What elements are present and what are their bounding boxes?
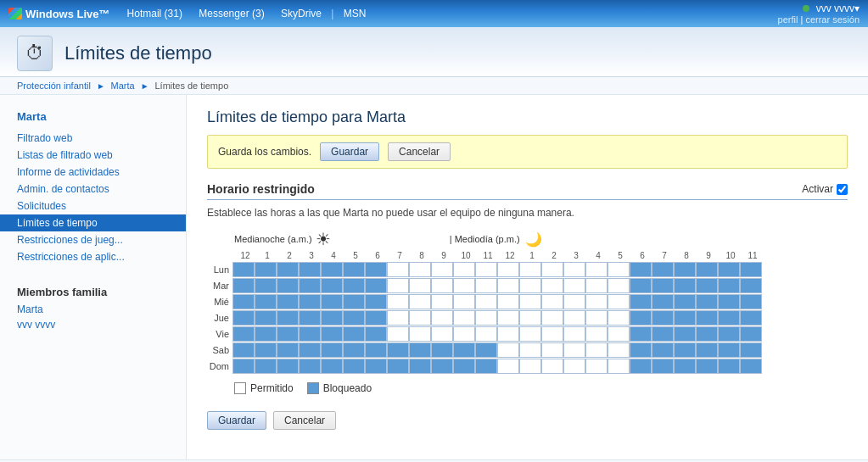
grid-cell-mar-1[interactable] [255,278,277,293]
grid-cell-mar-7[interactable] [387,278,409,293]
breadcrumb-marta[interactable]: Marta [111,81,135,91]
grid-cell-dom-20[interactable] [674,359,696,374]
member-vvvv-link[interactable]: vvv vvvv [0,317,186,332]
nav-msn[interactable]: MSN [337,8,373,19]
grid-cell-sab-12[interactable] [497,342,519,358]
profile-link[interactable]: perfil [778,14,798,25]
sidebar-item-listas-filtrado[interactable]: Listas de filtrado web [0,147,186,164]
grid-cell-jue-20[interactable] [674,310,696,326]
grid-cell-jue-15[interactable] [563,310,585,326]
grid-cell-vie-17[interactable] [608,326,630,342]
sidebar-item-informe[interactable]: Informe de actividades [0,164,186,181]
grid-cell-vie-12[interactable] [497,326,519,342]
grid-cell-sab-5[interactable] [343,342,365,358]
grid-cell-jue-21[interactable] [696,310,718,326]
grid-cell-lun-4[interactable] [321,262,343,277]
grid-cell-jue-7[interactable] [387,310,409,326]
grid-cell-lun-13[interactable] [519,262,541,277]
nav-hotmail[interactable]: Hotmail (31) [120,8,189,19]
save-button-top[interactable]: Guardar [320,142,379,161]
grid-cell-dom-8[interactable] [409,359,431,374]
grid-cell-mar-11[interactable] [475,278,497,293]
grid-cell-jue-0[interactable] [232,310,255,326]
grid-cell-vie-22[interactable] [718,326,740,342]
grid-cell-sab-3[interactable] [299,342,321,358]
logout-link[interactable]: cerrar sesión [805,14,860,25]
grid-cell-dom-11[interactable] [475,359,497,374]
grid-cell-lun-17[interactable] [608,262,630,277]
grid-cell-sab-15[interactable] [563,342,585,358]
grid-cell-mié-18[interactable] [630,294,652,309]
member-marta-link[interactable]: Marta [0,302,186,317]
sidebar-item-filtrado-web[interactable]: Filtrado web [0,130,186,147]
grid-cell-vie-15[interactable] [563,326,585,342]
grid-cell-mié-4[interactable] [321,294,343,309]
grid-cell-sab-9[interactable] [431,342,453,358]
grid-cell-vie-6[interactable] [365,326,387,342]
grid-cell-vie-13[interactable] [519,326,541,342]
grid-cell-mar-2[interactable] [277,278,299,293]
grid-cell-dom-1[interactable] [255,359,277,374]
sidebar-item-solicitudes[interactable]: Solicitudes [0,198,186,214]
grid-cell-jue-1[interactable] [255,310,277,326]
grid-cell-mar-4[interactable] [321,278,343,293]
grid-cell-sab-16[interactable] [585,342,608,358]
grid-cell-vie-0[interactable] [232,326,255,342]
grid-cell-jue-17[interactable] [608,310,630,326]
grid-cell-vie-20[interactable] [674,326,696,342]
grid-cell-jue-18[interactable] [630,310,652,326]
grid-cell-mar-17[interactable] [608,278,630,293]
grid-cell-mar-15[interactable] [563,278,585,293]
grid-cell-jue-23[interactable] [740,310,762,326]
grid-cell-jue-5[interactable] [343,310,365,326]
nav-skydrive[interactable]: SkyDrive [274,8,328,19]
grid-cell-lun-10[interactable] [453,262,475,277]
grid-cell-jue-12[interactable] [497,310,519,326]
grid-cell-mar-18[interactable] [630,278,652,293]
grid-cell-lun-1[interactable] [255,262,277,277]
grid-cell-lun-0[interactable] [232,262,255,277]
grid-cell-jue-2[interactable] [277,310,299,326]
grid-cell-lun-3[interactable] [299,262,321,277]
grid-cell-mié-19[interactable] [652,294,674,309]
grid-cell-lun-8[interactable] [409,262,431,277]
grid-cell-mié-21[interactable] [696,294,718,309]
grid-cell-sab-1[interactable] [255,342,277,358]
grid-cell-lun-22[interactable] [718,262,740,277]
grid-cell-mié-10[interactable] [453,294,475,309]
grid-cell-jue-3[interactable] [299,310,321,326]
grid-cell-mié-2[interactable] [277,294,299,309]
grid-cell-vie-2[interactable] [277,326,299,342]
grid-cell-lun-16[interactable] [585,262,608,277]
grid-cell-sab-17[interactable] [608,342,630,358]
grid-cell-dom-17[interactable] [608,359,630,374]
grid-cell-sab-23[interactable] [740,342,762,358]
grid-cell-mar-9[interactable] [431,278,453,293]
grid-cell-lun-18[interactable] [630,262,652,277]
grid-cell-jue-22[interactable] [718,310,740,326]
grid-cell-dom-14[interactable] [541,359,563,374]
sidebar-item-admin-contactos[interactable]: Admin. de contactos [0,181,186,198]
grid-cell-dom-15[interactable] [563,359,585,374]
grid-cell-dom-0[interactable] [232,359,255,374]
grid-cell-vie-11[interactable] [475,326,497,342]
grid-cell-dom-16[interactable] [585,359,608,374]
grid-cell-mar-22[interactable] [718,278,740,293]
grid-cell-sab-0[interactable] [232,342,255,358]
grid-cell-dom-21[interactable] [696,359,718,374]
grid-cell-mié-7[interactable] [387,294,409,309]
grid-cell-mié-14[interactable] [541,294,563,309]
grid-cell-mié-9[interactable] [431,294,453,309]
grid-cell-sab-21[interactable] [696,342,718,358]
grid-cell-sab-4[interactable] [321,342,343,358]
grid-cell-vie-9[interactable] [431,326,453,342]
grid-cell-mié-13[interactable] [519,294,541,309]
grid-cell-lun-23[interactable] [740,262,762,277]
grid-cell-mar-20[interactable] [674,278,696,293]
grid-cell-lun-2[interactable] [277,262,299,277]
grid-cell-dom-18[interactable] [630,359,652,374]
grid-cell-jue-6[interactable] [365,310,387,326]
grid-cell-vie-7[interactable] [387,326,409,342]
grid-cell-vie-4[interactable] [321,326,343,342]
sidebar-item-restricciones-juegos[interactable]: Restricciones de jueg... [0,231,186,248]
